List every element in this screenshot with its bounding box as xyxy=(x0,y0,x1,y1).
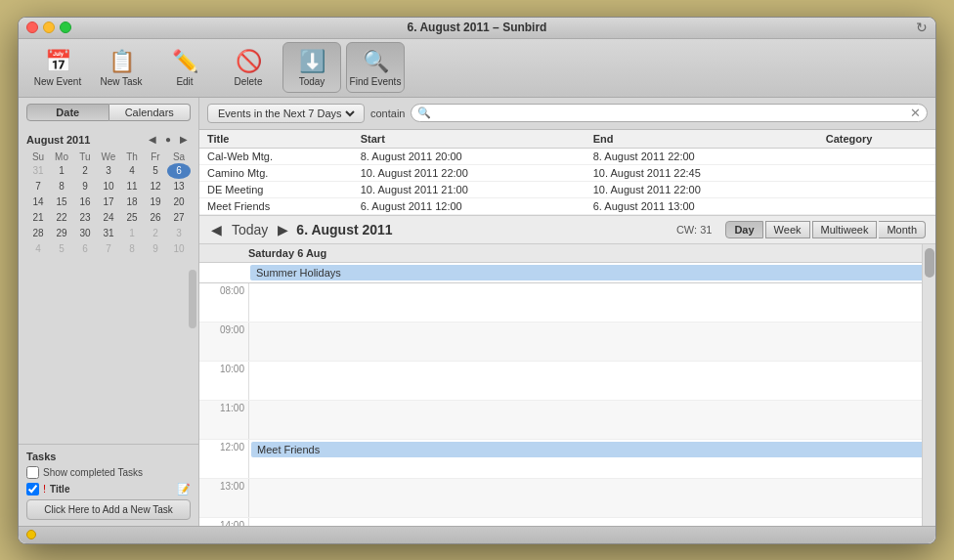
event-row[interactable]: DE Meeting10. August 2011 21:0010. Augus… xyxy=(199,181,935,197)
time-slot[interactable] xyxy=(248,401,935,439)
calendar-day[interactable]: 11 xyxy=(120,179,144,194)
cal-header-we: We xyxy=(97,151,120,163)
time-slot[interactable] xyxy=(248,323,935,361)
time-slot[interactable] xyxy=(248,362,935,400)
time-label: 14:00 xyxy=(199,518,248,526)
calendar-day[interactable]: 15 xyxy=(50,194,73,210)
calendar-day[interactable]: 10 xyxy=(97,179,120,194)
day-view: Saturday 6 Aug Summer Holidays 08:0009:0… xyxy=(199,244,935,526)
calendar-day[interactable]: 5 xyxy=(144,163,167,179)
calendar-day[interactable]: 7 xyxy=(26,179,50,194)
multiweek-view-button[interactable]: Multiweek xyxy=(812,221,878,238)
delete-button[interactable]: 🚫 Delete xyxy=(219,42,278,93)
calendar-day[interactable]: 5 xyxy=(50,241,73,257)
calendar-day[interactable]: 9 xyxy=(144,241,167,257)
new-event-button[interactable]: 📅 New Event xyxy=(28,42,87,93)
time-row: 13:00 xyxy=(199,479,935,518)
calendar-day[interactable]: 13 xyxy=(167,179,191,194)
calendar-day[interactable]: 29 xyxy=(50,226,73,241)
add-task-button[interactable]: Click Here to Add a New Task xyxy=(26,499,191,520)
titlebar: 6. August 2011 – Sunbird ↻ xyxy=(19,18,935,39)
calendar-day[interactable]: 21 xyxy=(26,210,50,226)
calendar-next-button[interactable]: ▶ xyxy=(177,133,191,147)
event-row[interactable]: Camino Mtg.10. August 2011 22:0010. Augu… xyxy=(199,164,935,181)
calendar-day[interactable]: 3 xyxy=(167,226,191,241)
calendar-day[interactable]: 19 xyxy=(144,194,167,210)
calendar-day[interactable]: 4 xyxy=(26,241,50,257)
filter-select[interactable]: Events in the Next 7 Days All Events Eve… xyxy=(214,107,358,120)
filter-dropdown[interactable]: Events in the Next 7 Days All Events Eve… xyxy=(207,104,365,123)
search-input[interactable] xyxy=(434,108,910,119)
new-task-label: New Task xyxy=(100,76,142,87)
calendar-day[interactable]: 2 xyxy=(144,226,167,241)
calendar-day[interactable]: 24 xyxy=(97,210,120,226)
close-button[interactable] xyxy=(26,22,38,33)
show-completed-checkbox[interactable] xyxy=(26,466,39,479)
week-view-button[interactable]: Week xyxy=(765,221,810,238)
right-scrollbar[interactable] xyxy=(922,244,935,526)
calendar-day[interactable]: 12 xyxy=(144,179,167,194)
time-slot[interactable] xyxy=(248,479,935,517)
all-day-label xyxy=(199,263,248,282)
calendar-day[interactable]: 18 xyxy=(120,194,144,210)
search-clear-button[interactable]: ✕ xyxy=(910,106,921,120)
search-input-wrap: 🔍 ✕ xyxy=(411,104,928,122)
calendar-day[interactable]: 7 xyxy=(97,241,120,257)
event-block[interactable]: Meet Friends xyxy=(251,442,933,457)
calendar-day[interactable]: 9 xyxy=(73,179,97,194)
calendar-day[interactable]: 20 xyxy=(167,194,191,210)
event-row[interactable]: Cal-Web Mtg.8. August 2011 20:008. Augus… xyxy=(199,148,935,164)
calendar-day[interactable]: 26 xyxy=(144,210,167,226)
calendar-prev-button[interactable]: ◀ xyxy=(146,133,159,147)
all-day-event[interactable]: Summer Holidays xyxy=(250,265,933,280)
month-view-button[interactable]: Month xyxy=(879,221,926,238)
calendar-day[interactable]: 30 xyxy=(73,226,97,241)
task-checkbox[interactable] xyxy=(26,483,39,495)
calendar-day[interactable]: 16 xyxy=(73,194,97,210)
calendar-day[interactable]: 1 xyxy=(120,226,144,241)
calendar-day[interactable]: 8 xyxy=(120,241,144,257)
time-label: 10:00 xyxy=(199,362,248,400)
event-row[interactable]: Meet Friends6. August 2011 12:006. Augus… xyxy=(199,197,935,214)
calendar-day[interactable]: 17 xyxy=(97,194,120,210)
tab-calendars[interactable]: Calendars xyxy=(109,104,192,121)
calendar-day[interactable]: 8 xyxy=(50,179,73,194)
calendar-day[interactable]: 6 xyxy=(73,241,97,257)
calendar-day[interactable]: 31 xyxy=(97,226,120,241)
edit-button[interactable]: ✏️ Edit xyxy=(155,42,214,93)
calendar-day[interactable]: 4 xyxy=(120,163,144,179)
sidebar-scrollbar[interactable] xyxy=(189,270,196,328)
sidebar-tabs: Date Calendars xyxy=(19,98,198,125)
next-day-button[interactable]: ▶ xyxy=(276,222,290,237)
today-nav-button[interactable]: Today xyxy=(230,222,270,237)
tab-date[interactable]: Date xyxy=(26,104,109,121)
time-slot[interactable]: Meet Friends xyxy=(248,440,935,478)
calendar-day[interactable]: 23 xyxy=(73,210,97,226)
calendar-home-button[interactable]: ● xyxy=(161,133,175,147)
find-events-button[interactable]: 🔍 Find Events xyxy=(346,42,405,93)
prev-day-button[interactable]: ◀ xyxy=(209,222,224,237)
calendar-day[interactable]: 2 xyxy=(73,163,97,179)
calendar-day[interactable]: 31 xyxy=(26,163,50,179)
new-task-button[interactable]: 📋 New Task xyxy=(92,42,151,93)
calendar-day[interactable]: 10 xyxy=(167,241,191,257)
calendar-day[interactable]: 3 xyxy=(97,163,120,179)
sync-icon[interactable]: ↻ xyxy=(916,20,928,35)
minimize-button[interactable] xyxy=(43,22,55,33)
calendar-day[interactable]: 28 xyxy=(26,226,50,241)
time-row: 09:00 xyxy=(199,323,935,362)
task-priority-icon: ! xyxy=(43,483,46,495)
today-button[interactable]: ⬇️ Today xyxy=(282,42,341,93)
time-slot[interactable] xyxy=(248,518,935,526)
calendar-day[interactable]: 6 xyxy=(167,163,191,179)
calendar-day[interactable]: 22 xyxy=(50,210,73,226)
calendar-day[interactable]: 27 xyxy=(167,210,191,226)
time-slot[interactable] xyxy=(248,283,935,322)
event-cell-category xyxy=(818,164,935,181)
maximize-button[interactable] xyxy=(60,22,71,33)
calendar-day[interactable]: 1 xyxy=(50,163,73,179)
task-add-icon[interactable]: 📝 xyxy=(177,483,191,495)
calendar-day[interactable]: 25 xyxy=(120,210,144,226)
calendar-day[interactable]: 14 xyxy=(26,194,50,210)
day-view-button[interactable]: Day xyxy=(725,221,762,238)
